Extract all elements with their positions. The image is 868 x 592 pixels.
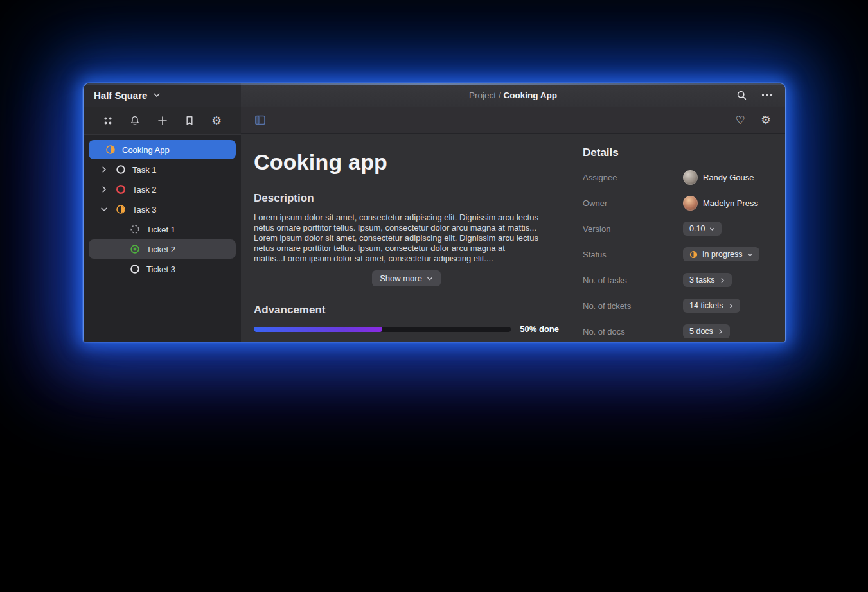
tree-item-cooking-app[interactable]: Cooking App: [89, 140, 236, 159]
circle-green-dot-icon: [130, 244, 140, 254]
chevron-down-icon: [709, 226, 715, 232]
sidebar: Half Square: [84, 83, 241, 342]
chevron-right-icon: [728, 303, 734, 309]
bookmark-icon[interactable]: [181, 112, 199, 130]
toggle-sidebar-icon[interactable]: [251, 111, 269, 129]
progress-bar: [254, 327, 511, 332]
status-progress-icon: [689, 250, 698, 259]
details-heading: Details: [583, 146, 775, 159]
tree-item-ticket-3[interactable]: Ticket 3: [89, 259, 236, 279]
avatar: [683, 170, 698, 185]
favorite-heart-icon[interactable]: ♡: [731, 111, 749, 129]
breadcrumb: Project / Cooking App: [241, 91, 785, 100]
workspace-name: Half Square: [94, 90, 147, 101]
tree-item-label: Task 1: [132, 165, 157, 175]
breadcrumb-current: Cooking App: [503, 91, 557, 100]
topbar: Project / Cooking App: [241, 83, 785, 107]
circle-outline-icon: [130, 264, 140, 274]
detail-row-version: Version 0.10: [583, 216, 775, 241]
settings-gear-icon[interactable]: ⚙: [757, 111, 775, 129]
more-icon[interactable]: [758, 86, 776, 104]
desktop-background: Half Square: [0, 0, 868, 592]
tasks-link[interactable]: 3 tasks: [683, 273, 732, 287]
chevron-right-icon[interactable]: [100, 186, 108, 193]
tree-item-label: Ticket 1: [146, 225, 175, 234]
workspace-switcher[interactable]: Half Square: [84, 83, 241, 107]
chevron-down-icon[interactable]: [100, 205, 108, 213]
project-tree: Cooking App Task 1: [84, 135, 241, 284]
status-dropdown[interactable]: In progress: [683, 247, 759, 261]
circle-outline-icon: [116, 164, 126, 175]
chevron-right-icon: [718, 329, 723, 335]
tree-item-task-1[interactable]: Task 1: [89, 160, 236, 179]
tree-item-label: Ticket 2: [146, 245, 175, 254]
main-panel: Project / Cooking App: [241, 83, 785, 342]
tree-item-task-2[interactable]: Task 2: [89, 180, 236, 199]
progress-donut-icon: [116, 204, 126, 214]
tree-item-label: Task 3: [132, 205, 157, 214]
content-area: Cooking app Description Lorem ipsum dolo…: [241, 134, 785, 342]
chevron-right-icon[interactable]: [100, 166, 108, 173]
tree-item-ticket-2[interactable]: Ticket 2: [89, 239, 236, 259]
app-window: Half Square: [84, 83, 785, 342]
secondary-toolbar: ♡ ⚙: [241, 107, 785, 134]
chevron-down-icon: [747, 252, 753, 257]
page-title: Cooking app: [254, 150, 559, 175]
progress-donut-icon: [105, 144, 116, 155]
sidebar-toolbar: ⚙: [84, 107, 241, 135]
detail-row-assignee: Assignee Randy Gouse: [583, 164, 775, 190]
details-panel: Details Assignee Randy Gouse Owner Madel…: [572, 134, 785, 342]
tree-item-task-3[interactable]: Task 3: [89, 200, 236, 219]
detail-row-docs: No. of docs 5 docs: [583, 318, 775, 342]
owner-name: Madelyn Press: [703, 198, 758, 208]
apps-icon[interactable]: [99, 112, 117, 130]
search-icon[interactable]: [732, 86, 750, 104]
circle-dashed-icon: [130, 224, 140, 234]
detail-row-tasks: No. of tasks 3 tasks: [583, 267, 775, 293]
bell-icon[interactable]: [126, 112, 144, 130]
chevron-right-icon: [720, 277, 725, 283]
plus-icon[interactable]: [154, 112, 172, 130]
chevron-down-icon: [153, 91, 161, 99]
tree-item-label: Ticket 3: [146, 265, 175, 274]
detail-row-status: Status In progress: [583, 241, 775, 267]
breadcrumb-parent[interactable]: Project /: [469, 91, 503, 100]
tree-item-ticket-1[interactable]: Ticket 1: [89, 220, 236, 239]
show-more-button[interactable]: Show more: [372, 270, 441, 286]
document-column: Cooking app Description Lorem ipsum dolo…: [241, 134, 572, 342]
assignee-name: Randy Gouse: [703, 173, 754, 182]
version-dropdown[interactable]: 0.10: [683, 222, 722, 236]
tree-item-label: Cooking App: [122, 145, 170, 155]
tickets-link[interactable]: 14 tickets: [683, 299, 740, 313]
avatar: [683, 196, 698, 211]
detail-row-tickets: No. of tickets 14 tickets: [583, 293, 775, 318]
tree-item-label: Task 2: [132, 185, 157, 195]
description-heading: Description: [254, 192, 559, 205]
progress-label: 50% done: [520, 324, 559, 334]
circle-red-icon: [116, 184, 126, 195]
description-text: Lorem ipsum dolor sit amet, consectetur …: [254, 213, 559, 264]
gear-icon[interactable]: ⚙: [208, 112, 226, 130]
docs-link[interactable]: 5 docs: [683, 324, 730, 338]
advancement-heading: Advancement: [254, 304, 559, 317]
progress-fill: [254, 327, 382, 332]
chevron-down-icon: [427, 275, 433, 282]
detail-row-owner: Owner Madelyn Press: [583, 190, 775, 216]
